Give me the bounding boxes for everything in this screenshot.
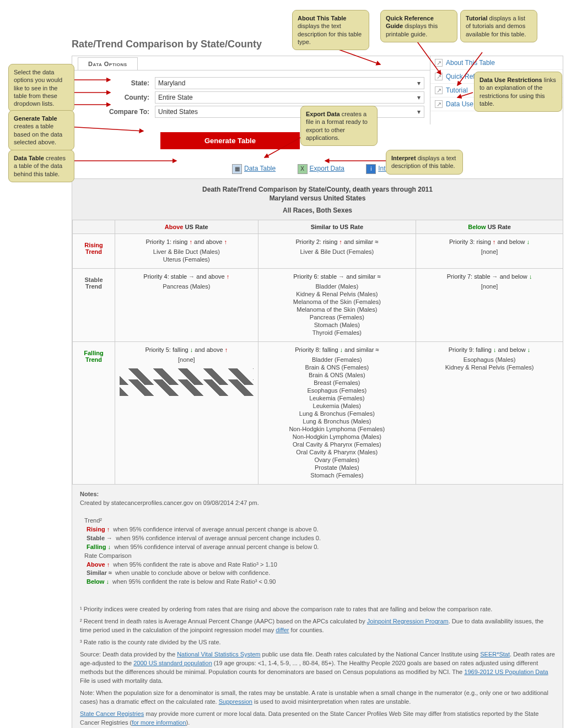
link-more-info[interactable]: for more information [132,719,186,726]
select-state[interactable]: Maryland [155,77,424,89]
grid-corner [73,220,115,234]
row-rising: Rising Trend [73,234,115,269]
link-popdata[interactable]: 1969-2012 US Population Data [464,669,548,675]
page: About This Table displays the text descr… [0,0,582,728]
link-joinpoint[interactable]: Joinpoint Regression Program [367,618,449,624]
info-icon: i [366,164,376,174]
callout-restrictions: Data Use Restrictions links to an explan… [474,72,562,112]
callout-tutorial: Tutorial displays a list of tutorials an… [460,10,537,42]
callout-interpret: Interpret displays a text description of… [386,150,463,175]
link-seerstat[interactable]: SEER*Stat [480,651,510,658]
col-above: Above US Rate [115,220,258,234]
link-state-registries[interactable]: State Cancer Registries [80,710,144,717]
cell-p7: Priority 7: stable → and below ↓[none] [416,269,563,342]
label-state: State: [78,79,155,87]
callout-generate: Generate Table creates a table based on … [8,110,74,150]
generate-table-button[interactable]: Generate Table [160,132,300,149]
cell-p2: Priority 2: rising ↑ and similar ≈Liver … [258,234,416,269]
link-data-table[interactable]: ▦Data Table [232,164,276,174]
link-2000pop[interactable]: 2000 US standard population [133,660,212,666]
label-county: County: [78,94,155,101]
report-title: Death Rate/Trend Comparison by State/Cou… [72,186,563,193]
tab-data-options[interactable]: Data Options [78,57,138,70]
export-icon: X [298,164,308,174]
report-demo: All Races, Both Sexes [72,207,563,214]
cell-p6: Priority 6: stable → and similar ≈Bladde… [258,269,416,342]
table-icon: ▦ [232,164,242,174]
main-panel: Data Options State:Maryland County:Entir… [72,56,563,728]
link-differ[interactable]: differ [276,627,289,633]
label-compare: Compare To: [78,108,155,116]
callout-guide: Quick Reference Guide displays this prin… [380,10,457,42]
row-stable: Stable Trend [73,269,115,342]
col-below: Below US Rate [416,220,563,234]
sub-link-bar: ▦Data Table XExport Data iInterpret [72,159,563,178]
report-area: Death Rate/Trend Comparison by State/Cou… [72,178,563,728]
callout-export: Export Data creates a file in a format r… [300,106,378,146]
priority-grid: Above US Rate Similar to US Rate Below U… [72,220,563,485]
row-falling: Falling Trend [73,342,115,485]
callout-data-table: Data Table creates a table of the data b… [8,150,74,182]
cell-p4: Priority 4: stable → and above ↑Pancreas… [115,269,258,342]
cell-p1: Priority 1: rising ↑ and above ↑Liver & … [115,234,258,269]
col-similar: Similar to US Rate [258,220,416,234]
link-about-table[interactable]: About This Table [430,56,563,70]
select-county[interactable]: Entire State [155,91,424,104]
notes-block: Notes: Created by statecancerprofiles.ca… [72,485,563,592]
callout-about: About This Table displays the text descr… [292,10,369,50]
cell-p5: Priority 5: falling ↓ and above ↑[none] [115,342,258,485]
cell-p9: Priority 9: falling ↓ and below ↓Esophag… [416,342,563,485]
link-nvss[interactable]: National Vital Statistics System [177,651,260,658]
link-suppression[interactable]: Suppression [219,698,252,705]
footnotes: ¹ Priority indices were created by order… [72,592,563,728]
cell-p3: Priority 3: rising ↑ and below ↓[none] [416,234,563,269]
select-compare[interactable]: United States [155,106,424,118]
cell-p8: Priority 8: falling ↓ and similar ≈Bladd… [258,342,416,485]
callout-data-options: Select the data options you would like t… [8,64,74,112]
report-versus: Maryland versus United States [72,194,563,202]
link-export-data[interactable]: XExport Data [298,164,344,174]
